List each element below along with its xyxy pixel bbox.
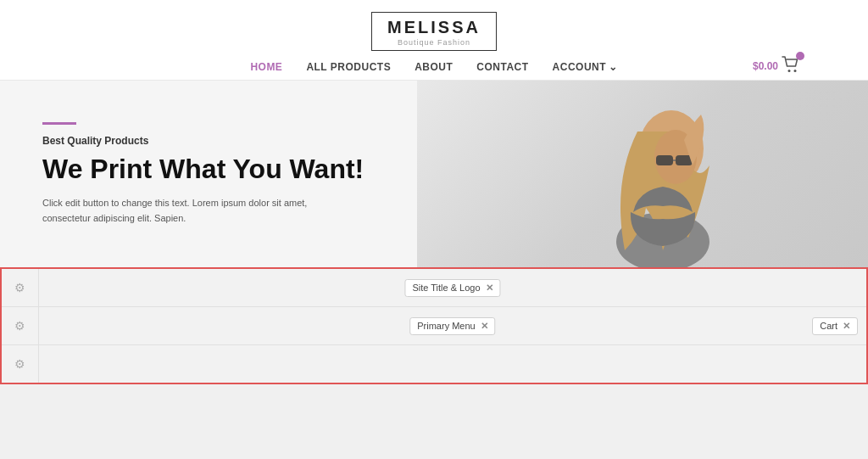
widget-gear-3[interactable]: ⚙ bbox=[2, 345, 39, 383]
widget-row-2: ⚙ Primary Menu ✕ Cart ✕ bbox=[2, 307, 866, 345]
nav-about[interactable]: ABOUT bbox=[415, 61, 453, 73]
widget-row-3-content bbox=[39, 345, 866, 383]
nav-home[interactable]: HOME bbox=[250, 61, 282, 73]
hero-title: We Print What You Want! bbox=[42, 154, 392, 185]
svg-point-0 bbox=[788, 70, 791, 72]
site-title-logo-close[interactable]: ✕ bbox=[486, 283, 493, 294]
site-logo: MELISSA Boutique Fashion bbox=[371, 12, 497, 51]
cart-pill[interactable]: Cart ✕ bbox=[812, 317, 858, 335]
widget-row-2-content: Primary Menu ✕ Cart ✕ bbox=[39, 307, 866, 344]
site-header: MELISSA Boutique Fashion HOME ALL PRODUC… bbox=[0, 0, 868, 80]
cart-price[interactable]: $0.00 bbox=[753, 60, 778, 72]
gear-icon-2: ⚙ bbox=[14, 319, 25, 333]
primary-menu-close[interactable]: ✕ bbox=[481, 321, 488, 332]
cart-badge bbox=[796, 52, 804, 60]
widget-row-1-content: Site Title & Logo ✕ bbox=[39, 269, 866, 306]
gear-icon-3: ⚙ bbox=[14, 357, 25, 371]
widget-gear-2[interactable]: ⚙ bbox=[2, 307, 39, 344]
svg-point-1 bbox=[794, 70, 797, 72]
hero-right bbox=[417, 81, 868, 267]
nav-contact[interactable]: CONTACT bbox=[476, 61, 528, 73]
account-chevron-icon: ⌄ bbox=[609, 61, 618, 73]
hero-accent-line bbox=[42, 122, 76, 125]
cart-area: $0.00 bbox=[753, 56, 800, 76]
logo-main-text: MELISSA bbox=[387, 18, 481, 37]
hero-image bbox=[417, 81, 868, 267]
nav-all-products[interactable]: ALL PRODUCTS bbox=[306, 61, 391, 73]
nav-account[interactable]: ACCOUNT ⌄ bbox=[553, 61, 618, 73]
svg-rect-5 bbox=[656, 155, 673, 165]
woman-figure-svg bbox=[561, 81, 765, 267]
widget-row-1: ⚙ Site Title & Logo ✕ bbox=[2, 269, 866, 307]
site-title-logo-label: Site Title & Logo bbox=[412, 283, 480, 293]
cart-icon-wrap[interactable] bbox=[782, 56, 800, 76]
cart-label: Cart bbox=[820, 321, 837, 331]
cart-close[interactable]: ✕ bbox=[843, 321, 850, 332]
widget-editor: ⚙ Site Title & Logo ✕ ⚙ Primary Menu ✕ bbox=[0, 267, 868, 384]
main-nav: HOME ALL PRODUCTS ABOUT CONTACT ACCOUNT … bbox=[34, 53, 834, 80]
dot-pattern bbox=[783, 89, 860, 165]
widget-gear-1[interactable]: ⚙ bbox=[2, 269, 39, 306]
gear-icon-1: ⚙ bbox=[14, 281, 25, 294]
site-title-logo-pill[interactable]: Site Title & Logo ✕ bbox=[404, 279, 500, 297]
hero-section: Best Quality Products We Print What You … bbox=[0, 81, 868, 267]
hero-subtitle: Best Quality Products bbox=[42, 135, 392, 147]
logo-sub-text: Boutique Fashion bbox=[387, 38, 481, 47]
widget-row-3: ⚙ bbox=[2, 345, 866, 383]
hero-description: Click edit button to change this text. L… bbox=[42, 196, 331, 226]
primary-menu-pill[interactable]: Primary Menu ✕ bbox=[409, 317, 495, 335]
primary-menu-label: Primary Menu bbox=[417, 321, 475, 331]
hero-left: Best Quality Products We Print What You … bbox=[0, 81, 417, 267]
